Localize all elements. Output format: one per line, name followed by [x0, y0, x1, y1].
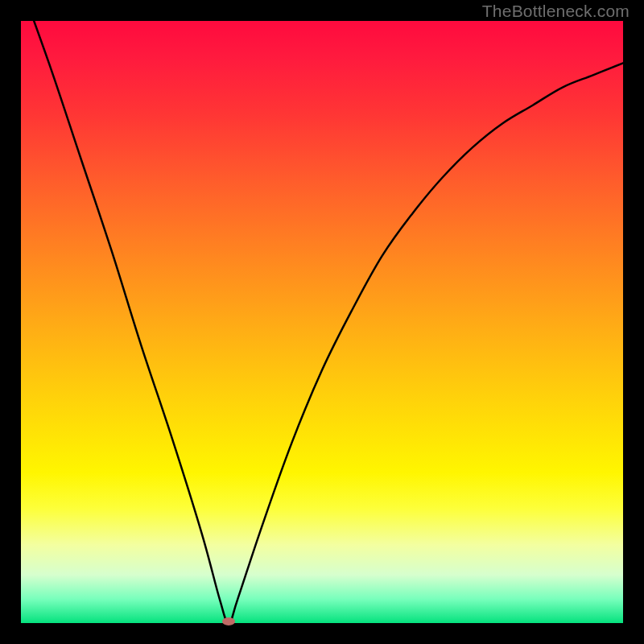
optimum-dot: [222, 617, 235, 625]
watermark-text: TheBottleneck.com: [482, 2, 630, 21]
bottleneck-curve: [21, 21, 623, 623]
plot-area: [21, 21, 623, 623]
chart-frame: TheBottleneck.com: [0, 0, 644, 644]
curve-path: [21, 21, 623, 623]
